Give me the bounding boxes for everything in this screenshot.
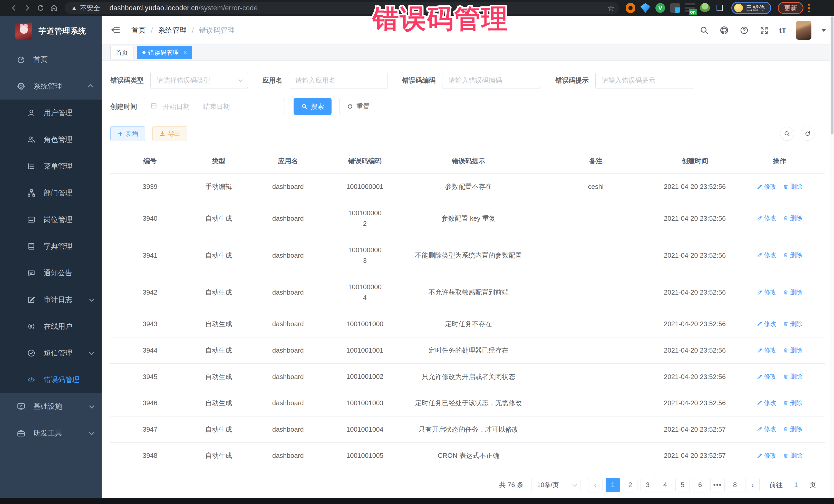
font-size-icon[interactable]: tT [779, 26, 786, 35]
browser-profile-button[interactable]: 已暂停 [731, 2, 771, 14]
scrollbar-thumb[interactable] [831, 17, 833, 134]
browser-forward-icon[interactable] [21, 1, 34, 15]
search-icon[interactable] [699, 25, 709, 36]
sidebar-item-audit-log[interactable]: 审计日志 [0, 286, 102, 313]
sidebar-item-role-management[interactable]: 角色管理 [0, 126, 102, 153]
cell-create-time: 2021-04-20 23:52:56 [656, 311, 734, 337]
error-code-input[interactable]: 请输入错误码编码 [442, 72, 541, 89]
input-placeholder: 请输入错误码提示 [602, 76, 655, 85]
user-avatar[interactable] [796, 21, 811, 40]
edit-link[interactable]: 修改 [757, 372, 776, 380]
refresh-button[interactable] [800, 127, 814, 140]
goto-page-input[interactable]: 1 [787, 478, 805, 492]
edit-link[interactable]: 修改 [757, 425, 776, 433]
extension-switch-icon[interactable]: on [685, 3, 695, 13]
edit-link[interactable]: 修改 [757, 288, 776, 297]
export-button[interactable]: 导出 [152, 126, 187, 141]
error-hint-input[interactable]: 请输入错误码提示 [595, 72, 694, 89]
sidebar-item-error-code-management[interactable]: 错误码管理 [0, 367, 102, 393]
pagination-page-1[interactable]: 1 [606, 478, 620, 492]
pagination-page-4[interactable]: 4 [658, 478, 672, 492]
delete-link[interactable]: 删除 [783, 182, 803, 191]
browser-menu-dots-icon[interactable] [808, 4, 810, 12]
chevron-down-icon [89, 350, 94, 355]
create-time-range-picker[interactable]: 开始日期 - 结束日期 [144, 98, 285, 115]
avatar-caret-down-icon[interactable] [821, 29, 826, 32]
pagination-page-5[interactable]: 5 [675, 478, 690, 492]
sidebar-item-home[interactable]: 首页 [0, 46, 102, 73]
pagination-page-2[interactable]: 2 [623, 478, 637, 492]
pagination-prev-button[interactable]: ‹ [588, 478, 602, 492]
page-size-select[interactable]: 10条/页 [531, 478, 580, 492]
edit-link[interactable]: 修改 [757, 214, 776, 222]
delete-link[interactable]: 删除 [783, 372, 803, 380]
url-text[interactable]: dashboard.yudao.iocoder.cn/system/error-… [110, 4, 605, 12]
edit-link[interactable]: 修改 [757, 251, 776, 259]
add-button[interactable]: 新增 [110, 126, 145, 141]
site-security-warning[interactable]: ▲ 不安全 [71, 4, 100, 13]
sidebar-item-infrastructure[interactable]: 基础设施 [0, 393, 102, 420]
browser-home-icon[interactable] [47, 1, 61, 15]
pagination-more-pages[interactable]: ••• [710, 478, 725, 492]
breadcrumb-home[interactable]: 首页 [131, 25, 146, 35]
app-name-input[interactable]: 请输入应用名 [289, 72, 388, 89]
sidebar-item-notice-management[interactable]: 通知公告 [0, 260, 102, 286]
edit-link[interactable]: 修改 [757, 399, 776, 407]
extension-grid-icon[interactable] [670, 3, 680, 13]
edit-link[interactable]: 修改 [757, 452, 776, 460]
delete-link[interactable]: 删除 [783, 346, 803, 354]
sidebar-item-post-management[interactable]: 岗位管理 [0, 206, 102, 233]
pagination-page-3[interactable]: 3 [640, 478, 655, 492]
extension-vue-devtools-icon[interactable]: V [655, 3, 665, 13]
search-button[interactable]: 搜索 [293, 98, 332, 115]
extension-orange-icon[interactable] [626, 3, 635, 13]
edit-link[interactable]: 修改 [757, 320, 776, 328]
delete-link[interactable]: 删除 [783, 320, 803, 328]
help-icon[interactable] [739, 25, 749, 36]
fullscreen-icon[interactable] [759, 25, 769, 36]
cell-remark [536, 390, 656, 416]
cell-id: 3939 [110, 174, 190, 200]
delete-link[interactable]: 删除 [783, 425, 803, 433]
extension-key-icon[interactable] [700, 3, 710, 13]
toggle-search-button[interactable] [780, 127, 794, 140]
sidebar-item-dept-management[interactable]: 部门管理 [0, 180, 102, 206]
sidebar-logo-row[interactable]: 芋道管理系统 [0, 16, 102, 46]
user-icon [27, 108, 36, 117]
pagination-page-8[interactable]: 8 [728, 478, 742, 492]
error-type-select[interactable]: 请选择错误码类型 [150, 72, 248, 89]
browser-update-button[interactable]: 更新 [778, 2, 804, 14]
sidebar-item-dev-tools[interactable]: 研发工具 [0, 420, 102, 446]
pagination-page-6[interactable]: 6 [693, 478, 707, 492]
extension-gem-icon[interactable] [640, 3, 650, 13]
extensions-puzzle-icon[interactable]: ❏ [715, 3, 725, 13]
sidebar-toggle-icon[interactable] [110, 25, 120, 36]
sidebar-item-dict-management[interactable]: 字典管理 [0, 233, 102, 260]
address-bar[interactable]: ▲ 不安全 dashboard.yudao.iocoder.cn/system/… [65, 2, 619, 14]
edit-link[interactable]: 修改 [757, 182, 776, 191]
sidebar-item-online-users[interactable]: 在线用户 [0, 313, 102, 340]
browser-back-icon[interactable] [7, 1, 21, 15]
bookmark-star-icon[interactable]: ☆ [608, 4, 614, 13]
sidebar-item-system-management[interactable]: 系统管理 [0, 73, 102, 100]
breadcrumb-system[interactable]: 系统管理 [158, 25, 187, 35]
tab-home[interactable]: 首页 [110, 46, 133, 59]
tab-error-code-management[interactable]: 错误码管理 × [137, 46, 192, 59]
browser-reload-icon[interactable] [34, 1, 47, 15]
delete-link[interactable]: 删除 [783, 399, 803, 407]
delete-link[interactable]: 删除 [783, 214, 803, 222]
page-scrollbar[interactable] [830, 16, 834, 498]
sidebar-item-menu-management[interactable]: 菜单管理 [0, 153, 102, 180]
sidebar-item-user-management[interactable]: 用户管理 [0, 100, 102, 126]
delete-link[interactable]: 删除 [783, 452, 803, 460]
pagination: 共 76 条 10条/页 ‹ 1 2 3 4 5 6 ••• 8 › 前往 1 … [110, 478, 826, 492]
tab-close-icon[interactable]: × [183, 49, 187, 56]
cell-code: 1001001003 [328, 390, 401, 416]
pagination-next-button[interactable]: › [745, 478, 760, 492]
delete-link[interactable]: 删除 [783, 288, 803, 297]
delete-link[interactable]: 删除 [783, 251, 803, 259]
edit-link[interactable]: 修改 [757, 346, 776, 354]
github-icon[interactable] [719, 25, 729, 36]
sidebar-item-sms-management[interactable]: 短信管理 [0, 340, 102, 367]
reset-button[interactable]: 重置 [339, 98, 377, 115]
